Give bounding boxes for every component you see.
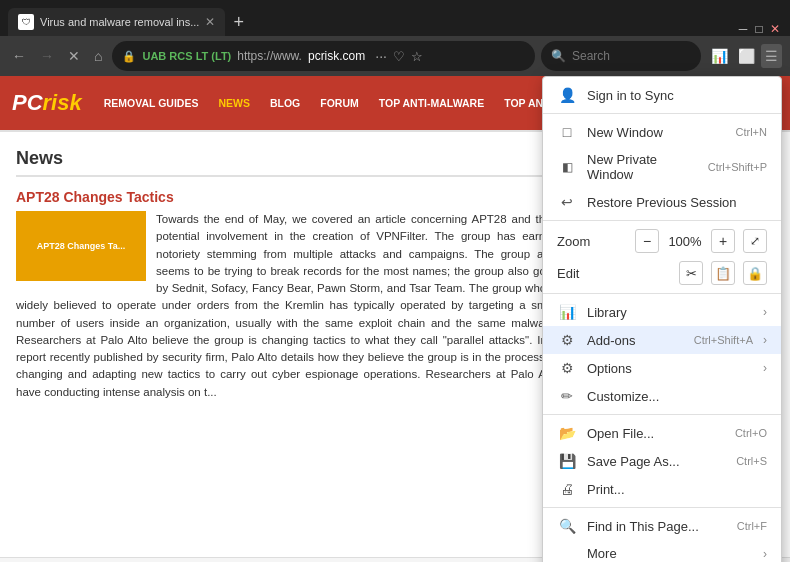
menu-print-label: Print... [587, 482, 767, 497]
menu-sign-in[interactable]: 👤 Sign in to Sync [543, 81, 781, 109]
library-arrow: › [763, 305, 767, 319]
menu-customize-label: Customize... [587, 389, 767, 404]
reading-mode-icon[interactable]: 📊 [707, 44, 732, 68]
url-more-button[interactable]: ··· [375, 48, 387, 64]
address-bar: ← → ✕ ⌂ 🔒 UAB RCS LT (LT) https://www.pc… [0, 36, 790, 76]
addons-arrow: › [763, 333, 767, 347]
logo-pc: PC [12, 90, 43, 115]
menu-divider-2 [543, 220, 781, 221]
menu-print[interactable]: 🖨 Print... [543, 475, 781, 503]
more-arrow: › [763, 547, 767, 561]
nav-removal-guides[interactable]: REMOVAL GUIDES [94, 76, 209, 130]
menu-customize[interactable]: ✏ Customize... [543, 382, 781, 410]
main-article-title[interactable]: APT28 Changes Tactics [16, 189, 558, 205]
paste-button[interactable]: 🔒 [743, 261, 767, 285]
nav-blog[interactable]: BLOG [260, 76, 310, 130]
menu-new-private-shortcut: Ctrl+Shift+P [708, 161, 767, 173]
menu-addons[interactable]: ⚙ Add-ons Ctrl+Shift+A › [543, 326, 781, 354]
reload-button[interactable]: ✕ [64, 46, 84, 66]
cut-button[interactable]: ✂ [679, 261, 703, 285]
tab-bar: 🛡 Virus and malware removal ins... ✕ + ─… [0, 0, 790, 36]
zoom-value: 100% [667, 234, 703, 249]
tab-title: Virus and malware removal ins... [40, 16, 199, 28]
menu-save-page-shortcut: Ctrl+S [736, 455, 767, 467]
menu-open-file-label: Open File... [587, 426, 725, 441]
home-button[interactable]: ⌂ [90, 46, 106, 66]
synced-tabs-icon[interactable]: ⬜ [734, 44, 759, 68]
menu-save-page[interactable]: 💾 Save Page As... Ctrl+S [543, 447, 781, 475]
nav-forum[interactable]: FORUM [310, 76, 369, 130]
bookmark-heart-icon[interactable]: ♡ [393, 49, 405, 64]
ssl-company: UAB RCS LT (LT) [142, 50, 231, 62]
open-file-icon: 📂 [557, 425, 577, 441]
logo-risk: risk [43, 90, 82, 115]
find-icon: 🔍 [557, 518, 577, 534]
save-page-icon: 💾 [557, 453, 577, 469]
zoom-label: Zoom [557, 234, 627, 249]
menu-new-window-shortcut: Ctrl+N [736, 126, 767, 138]
site-logo: PCrisk [0, 76, 94, 130]
menu-find[interactable]: 🔍 Find in This Page... Ctrl+F [543, 512, 781, 540]
library-icon: 📊 [557, 304, 577, 320]
tab-favicon: 🛡 [18, 14, 34, 30]
menu-restore-session[interactable]: ↩ Restore Previous Session [543, 188, 781, 216]
search-bar[interactable]: 🔍 [541, 41, 701, 71]
menu-find-shortcut: Ctrl+F [737, 520, 767, 532]
edit-label: Edit [557, 266, 671, 281]
menu-new-private[interactable]: ◧ New Private Window Ctrl+Shift+P [543, 146, 781, 188]
lock-icon: 🔒 [122, 50, 136, 63]
window-controls: ─ □ ✕ [728, 22, 790, 36]
minimize-button[interactable]: ─ [736, 22, 750, 36]
bookmark-star-icon[interactable]: ☆ [411, 49, 423, 64]
news-main: APT28 Changes Tactics APT28 Changes Ta..… [16, 189, 558, 549]
zoom-in-button[interactable]: + [711, 229, 735, 253]
maximize-button[interactable]: □ [752, 22, 766, 36]
url-domain: pcrisk.com [308, 49, 365, 63]
menu-divider-5 [543, 507, 781, 508]
sync-icon: 👤 [557, 87, 577, 103]
menu-sign-in-label: Sign in to Sync [587, 88, 767, 103]
search-icon: 🔍 [551, 49, 566, 63]
nav-news[interactable]: NEWS [208, 76, 260, 130]
copy-button[interactable]: 📋 [711, 261, 735, 285]
zoom-fullscreen-button[interactable]: ⤢ [743, 229, 767, 253]
logo-text: PCrisk [12, 90, 82, 116]
url-protocol: https://www. [237, 49, 302, 63]
menu-save-page-label: Save Page As... [587, 454, 726, 469]
zoom-out-button[interactable]: − [635, 229, 659, 253]
menu-addons-shortcut: Ctrl+Shift+A [694, 334, 753, 346]
menu-open-file[interactable]: 📂 Open File... Ctrl+O [543, 419, 781, 447]
nav-top-antimalware[interactable]: TOP ANTI-MALWARE [369, 76, 494, 130]
menu-options[interactable]: ⚙ Options › [543, 354, 781, 382]
toolbar-icons: 📊 ⬜ ☰ [707, 44, 782, 68]
options-arrow: › [763, 361, 767, 375]
menu-edit-row: Edit ✂ 📋 🔒 [543, 257, 781, 289]
menu-zoom-row: Zoom − 100% + ⤢ [543, 225, 781, 257]
menu-find-label: Find in This Page... [587, 519, 727, 534]
menu-divider-4 [543, 414, 781, 415]
menu-open-file-shortcut: Ctrl+O [735, 427, 767, 439]
private-window-icon: ◧ [557, 160, 577, 174]
menu-new-window-label: New Window [587, 125, 726, 140]
close-tab-button[interactable]: ✕ [205, 15, 215, 29]
menu-divider-1 [543, 113, 781, 114]
menu-library[interactable]: 📊 Library › [543, 298, 781, 326]
menu-button[interactable]: ☰ [761, 44, 782, 68]
back-button[interactable]: ← [8, 46, 30, 66]
new-tab-button[interactable]: + [225, 8, 252, 36]
menu-addons-label: Add-ons [587, 333, 684, 348]
search-input[interactable] [572, 49, 691, 63]
browser-menu: 👤 Sign in to Sync □ New Window Ctrl+N ◧ … [542, 76, 782, 562]
menu-divider-3 [543, 293, 781, 294]
close-button[interactable]: ✕ [768, 22, 782, 36]
active-tab[interactable]: 🛡 Virus and malware removal ins... ✕ [8, 8, 225, 36]
url-bar[interactable]: 🔒 UAB RCS LT (LT) https://www.pcrisk.com… [112, 41, 535, 71]
menu-restore-label: Restore Previous Session [587, 195, 767, 210]
menu-more[interactable]: More › [543, 540, 781, 562]
menu-more-label: More [587, 546, 753, 561]
menu-options-label: Options [587, 361, 753, 376]
print-icon: 🖨 [557, 481, 577, 497]
forward-button[interactable]: → [36, 46, 58, 66]
new-window-icon: □ [557, 124, 577, 140]
menu-new-window[interactable]: □ New Window Ctrl+N [543, 118, 781, 146]
